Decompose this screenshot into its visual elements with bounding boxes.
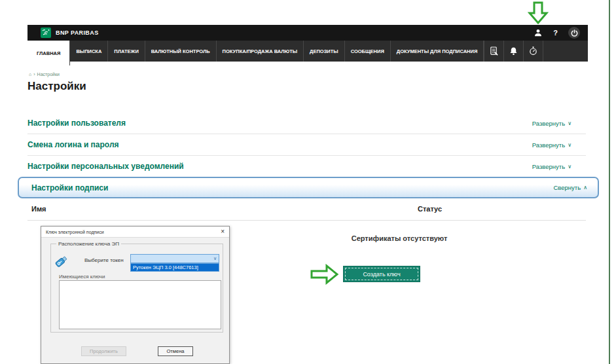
section-label: Настройки подписи <box>31 183 108 192</box>
table-divider <box>27 220 586 221</box>
bnp-paribas-logo-icon <box>41 27 51 38</box>
section-user-settings[interactable]: Настройки пользователя Развернуть ∨ <box>27 113 586 134</box>
help-icon[interactable]: ? <box>553 29 558 37</box>
logout-power-button[interactable] <box>568 27 580 39</box>
user-icon[interactable] <box>534 28 543 37</box>
combobox-chevron-icon: ∨ <box>213 256 217 261</box>
expand-link[interactable]: Развернуть ∨ <box>532 163 571 170</box>
brand-name: BNP PARIBAS <box>56 29 99 36</box>
green-arrow-right-icon <box>310 264 339 285</box>
chevron-up-icon: ∧ <box>583 185 587 191</box>
session-timer-icon[interactable] <box>523 41 543 62</box>
expand-link-label: Развернуть <box>532 120 565 127</box>
continue-button[interactable]: Продолжить <box>81 346 126 356</box>
usb-token-icon <box>51 252 71 272</box>
expand-link-label: Развернуть <box>532 141 565 149</box>
expand-link-label: Развернуть <box>532 163 565 170</box>
signature-key-dialog: Ключ электронной подписи × Расположение … <box>41 226 230 364</box>
collapse-link[interactable]: Свернуть ∧ <box>553 184 587 191</box>
tab-depozity[interactable]: ДЕПОЗИТЫ <box>304 41 345 62</box>
chevron-down-icon: ∨ <box>568 164 571 170</box>
tab-soobshcheniya[interactable]: СООБЩЕНИЯ <box>345 41 391 62</box>
tab-glavnaya[interactable]: ГЛАВНАЯ <box>27 41 70 65</box>
close-icon[interactable]: × <box>221 228 225 235</box>
no-certificates-message: Сертификаты отсутствуют <box>308 234 491 242</box>
token-dropdown-option[interactable]: Рутокен ЭЦП 3.0 [448C7613] <box>130 263 219 272</box>
tab-pokupka-prodazha-valyuty[interactable]: ПОКУПКА/ПРОДАЖА ВАЛЮТЫ <box>217 41 304 62</box>
dialog-title: Ключ электронной подписи <box>46 230 104 234</box>
breadcrumb-current: Настройки <box>37 72 60 77</box>
groupbox-label: Расположение ключа ЭП <box>56 241 121 247</box>
chevron-down-icon: ∨ <box>568 142 571 148</box>
expand-link[interactable]: Развернуть ∨ <box>532 141 571 149</box>
cancel-button[interactable]: Отмена <box>158 346 193 356</box>
create-key-button[interactable]: Создать ключ <box>343 266 420 282</box>
section-label: Смена логина и пароля <box>27 140 119 149</box>
green-arrow-down-icon <box>528 1 549 25</box>
notifications-bell-icon[interactable] <box>503 41 523 62</box>
section-signature-settings[interactable]: Настройки подписи Свернуть ∧ <box>18 177 599 198</box>
main-nav-tabbar: ГЛАВНАЯ ВЫПИСКА ПЛАТЕЖИ ВАЛЮТНЫЙ КОНТРОЛ… <box>27 41 588 62</box>
page-title: Настройки <box>27 80 86 93</box>
power-icon <box>571 29 578 37</box>
tab-platezhi[interactable]: ПЛАТЕЖИ <box>108 41 145 62</box>
column-header-name: Имя <box>31 205 46 213</box>
header-icon-group: ? <box>534 27 580 39</box>
page: BNP PARIBAS ? ГЛАВНАЯ ВЫПИСКА ПЛАТЕЖИ ВА… <box>0 0 616 364</box>
tab-vypiska[interactable]: ВЫПИСКА <box>70 41 108 62</box>
existing-keys-label: Имеющиеся ключи <box>59 274 105 280</box>
section-label: Настройки персональных уведомлений <box>27 162 184 171</box>
tabbar-end-filler <box>543 41 588 62</box>
section-change-login-password[interactable]: Смена логина и пароля Развернуть ∨ <box>27 134 586 156</box>
tab-valyutny-kontrol[interactable]: ВАЛЮТНЫЙ КОНТРОЛЬ <box>145 41 217 62</box>
settings-section-list: Настройки пользователя Развернуть ∨ Смен… <box>27 113 586 177</box>
expand-link[interactable]: Развернуть ∨ <box>532 120 571 127</box>
documents-icon[interactable] <box>484 41 503 62</box>
dialog-titlebar[interactable]: Ключ электронной подписи × <box>41 227 229 238</box>
green-frame-line <box>609 0 610 364</box>
chevron-down-icon: ∨ <box>568 120 571 126</box>
breadcrumb: ⌂ › Настройки <box>29 72 60 77</box>
token-select-label: Выберите токен <box>84 257 124 263</box>
top-header-bar: BNP PARIBAS ? <box>27 25 588 41</box>
breadcrumb-separator: › <box>33 72 35 77</box>
column-header-status: Статус <box>418 205 442 213</box>
home-icon[interactable]: ⌂ <box>29 72 31 77</box>
tab-dokumenty-dlya-podpisaniya[interactable]: ДОКУМЕНТЫ ДЛЯ ПОДПИСАНИЯ <box>391 41 484 62</box>
section-label: Настройки пользователя <box>27 118 126 128</box>
token-combobox[interactable]: ∨ <box>130 254 219 263</box>
key-location-groupbox: Расположение ключа ЭП Выберите токен ∨ Р… <box>50 244 223 333</box>
existing-keys-listbox[interactable] <box>59 280 221 329</box>
collapse-link-label: Свернуть <box>553 184 581 191</box>
section-personal-notifications[interactable]: Настройки персональных уведомлений Разве… <box>27 156 586 177</box>
